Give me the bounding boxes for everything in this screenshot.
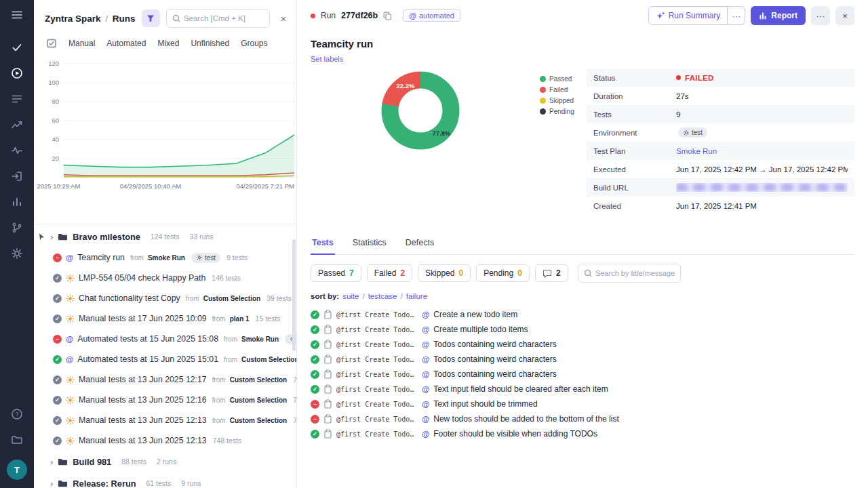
panel-close-button[interactable]: × bbox=[276, 14, 291, 24]
filter-chip-passed[interactable]: Passed7 bbox=[311, 264, 361, 282]
status-passed-icon: ✓ bbox=[53, 355, 62, 364]
chip-label: Skipped bbox=[425, 268, 454, 278]
run-row[interactable]: ✓Manual tests at 13 Jun 2025 12:13fromCu… bbox=[34, 410, 296, 430]
suites-list-icon[interactable] bbox=[11, 93, 23, 105]
reports-chart-icon[interactable] bbox=[11, 196, 23, 208]
environment-name: test bbox=[205, 254, 216, 262]
sort-separator: / bbox=[362, 292, 364, 300]
manual-sun-icon bbox=[66, 436, 75, 445]
search-icon bbox=[172, 14, 180, 23]
svg-text:04/29/2025 10:29 AM: 04/29/2025 10:29 AM bbox=[37, 182, 80, 190]
milestone-row[interactable]: ›Build 98188 tests2 runs bbox=[34, 451, 296, 472]
test-row[interactable]: ✓@first Create Todos…@Text input field s… bbox=[311, 382, 854, 396]
run-tests-count: 748 tests bbox=[213, 436, 242, 445]
projects-folder-icon[interactable] bbox=[11, 434, 23, 446]
test-row[interactable]: ✓@first Create Todos…@Todos containing w… bbox=[311, 367, 854, 382]
import-icon[interactable] bbox=[11, 170, 23, 182]
status-passed-icon: ✓ bbox=[311, 325, 319, 334]
panel-search-input[interactable] bbox=[184, 14, 264, 22]
more-options-button[interactable]: ··· bbox=[811, 6, 830, 25]
report-button[interactable]: Report bbox=[751, 6, 806, 25]
runs-play-icon[interactable] bbox=[11, 67, 23, 79]
tab-tests[interactable]: Tests bbox=[311, 235, 335, 255]
run-row[interactable]: ✓Manual tests at 13 Jun 2025 12:13748 te… bbox=[34, 430, 296, 451]
test-suite: @first Create Todos… bbox=[336, 341, 418, 348]
chevron-right-icon[interactable]: › bbox=[50, 457, 53, 467]
set-labels-link[interactable]: Set labels bbox=[311, 55, 351, 63]
run-row[interactable]: ✓Manual tests at 13 Jun 2025 12:16fromCu… bbox=[34, 390, 296, 410]
branches-icon[interactable] bbox=[11, 222, 23, 234]
tab-statistics[interactable]: Statistics bbox=[351, 235, 388, 254]
panel-tab-automated[interactable]: Automated bbox=[106, 39, 146, 48]
automated-icon: @ bbox=[422, 325, 429, 333]
sort-option-testcase[interactable]: testcase bbox=[368, 292, 397, 300]
test-row[interactable]: –@first Create Todos…@New todos should b… bbox=[311, 411, 854, 426]
detail-label: Tests bbox=[593, 110, 676, 119]
run-row[interactable]: ✓@Automated tests at 15 Jun 2025 15:01fr… bbox=[34, 349, 296, 369]
run-row[interactable]: –@Automated tests at 15 Jun 2025 15:08fr… bbox=[34, 329, 296, 349]
filter-chip-comments[interactable]: 2 bbox=[535, 264, 568, 282]
sort-option-failure[interactable]: failure bbox=[406, 292, 427, 300]
chevron-right-icon[interactable]: › bbox=[50, 232, 53, 242]
copy-run-id-icon[interactable] bbox=[383, 12, 392, 20]
analytics-trend-icon[interactable] bbox=[11, 119, 23, 131]
manual-sun-icon bbox=[66, 396, 75, 405]
chevron-right-icon[interactable]: › bbox=[50, 479, 53, 488]
detail-row: Duration27s bbox=[587, 87, 854, 105]
runs-panel-header: Zyntra Spark / Runs × bbox=[34, 0, 296, 35]
filter-chip-pending[interactable]: Pending0 bbox=[476, 264, 530, 282]
menu-icon[interactable] bbox=[11, 9, 23, 21]
tab-defects[interactable]: Defects bbox=[404, 235, 435, 254]
settings-gear-icon[interactable] bbox=[11, 247, 23, 260]
panel-tab-manual[interactable]: Manual bbox=[68, 39, 95, 48]
milestone-row[interactable]: ›Bravo milestone124 tests33 runs bbox=[34, 226, 296, 247]
sort-option-suite[interactable]: suite bbox=[342, 292, 359, 300]
tests-search bbox=[578, 264, 681, 283]
test-row[interactable]: ✓@first Create Todos…@Create multiple to… bbox=[311, 322, 854, 337]
run-summary-button[interactable]: Run Summary bbox=[648, 6, 728, 25]
status-passed-icon: ✓ bbox=[311, 340, 319, 349]
chip-count: 2 bbox=[400, 268, 405, 278]
breadcrumb-project[interactable]: Zyntra Spark bbox=[45, 14, 101, 24]
run-from-label: from bbox=[224, 356, 237, 363]
tasks-check-icon[interactable] bbox=[11, 41, 23, 54]
run-status-dot bbox=[311, 14, 315, 18]
svg-text:04/29/2025 7:21 PM: 04/29/2025 7:21 PM bbox=[236, 182, 294, 190]
run-summary-more-button[interactable]: ··· bbox=[728, 6, 745, 25]
run-row[interactable]: –@Teamcity runfromSmoke Runtest9 tests bbox=[34, 247, 296, 268]
clipboard-icon bbox=[323, 414, 332, 424]
checklist-icon[interactable] bbox=[46, 38, 57, 49]
test-row[interactable]: ✓@first Create Todos…@Todos containing w… bbox=[311, 337, 854, 352]
panel-tab-unfinished[interactable]: Unfinished bbox=[191, 39, 229, 48]
filter-chip-failed[interactable]: Failed2 bbox=[367, 264, 412, 282]
run-row[interactable]: ✓LMP-554 05/04 check Happy Path146 tests bbox=[34, 268, 296, 288]
run-row[interactable]: ✓Chat functionality test CopyfromCustom … bbox=[34, 288, 296, 308]
help-icon[interactable]: ? bbox=[11, 408, 23, 420]
run-name: Teamcity run bbox=[77, 253, 125, 262]
filter-button[interactable] bbox=[142, 9, 160, 27]
user-avatar[interactable]: T bbox=[7, 460, 27, 480]
test-row[interactable]: ✓@first Create Todos…@Footer should be v… bbox=[311, 426, 854, 441]
panel-tab-mixed[interactable]: Mixed bbox=[157, 39, 179, 48]
manual-sun-icon bbox=[66, 294, 75, 303]
test-title: Footer should be visible when adding TOD… bbox=[433, 429, 597, 439]
panel-tab-groups[interactable]: Groups bbox=[241, 39, 267, 48]
tests-search-input[interactable] bbox=[595, 269, 675, 277]
run-row[interactable]: ✓Manual tests at 17 Jun 2025 10:09frompl… bbox=[34, 308, 296, 329]
clipboard-icon bbox=[323, 369, 332, 379]
pulse-icon[interactable] bbox=[11, 144, 23, 157]
group-runs-count: 33 runs bbox=[190, 232, 214, 241]
test-row[interactable]: –@first Create Todos…@Text input should … bbox=[311, 396, 854, 411]
filter-chip-skipped[interactable]: Skipped0 bbox=[418, 264, 471, 282]
run-row[interactable]: ✓Manual tests at 13 Jun 2025 12:17fromCu… bbox=[34, 369, 296, 390]
test-row[interactable]: ✓@first Create Todos…@Todos containing w… bbox=[311, 352, 854, 367]
build-url-redacted bbox=[676, 183, 848, 192]
test-row[interactable]: ✓@first Create Todos…@Create a new todo … bbox=[311, 307, 854, 322]
test-plan-link[interactable]: Smoke Run bbox=[676, 147, 717, 155]
test-suite: @first Create Todos… bbox=[336, 415, 418, 423]
milestone-row[interactable]: ›Release: Rerun61 tests9 runs bbox=[34, 472, 296, 488]
close-run-button[interactable]: × bbox=[835, 6, 854, 25]
panel-scrollbar[interactable] bbox=[292, 239, 296, 351]
results-donut-chart: 22.2%77.8% bbox=[377, 67, 464, 154]
automated-icon: @ bbox=[422, 310, 429, 319]
